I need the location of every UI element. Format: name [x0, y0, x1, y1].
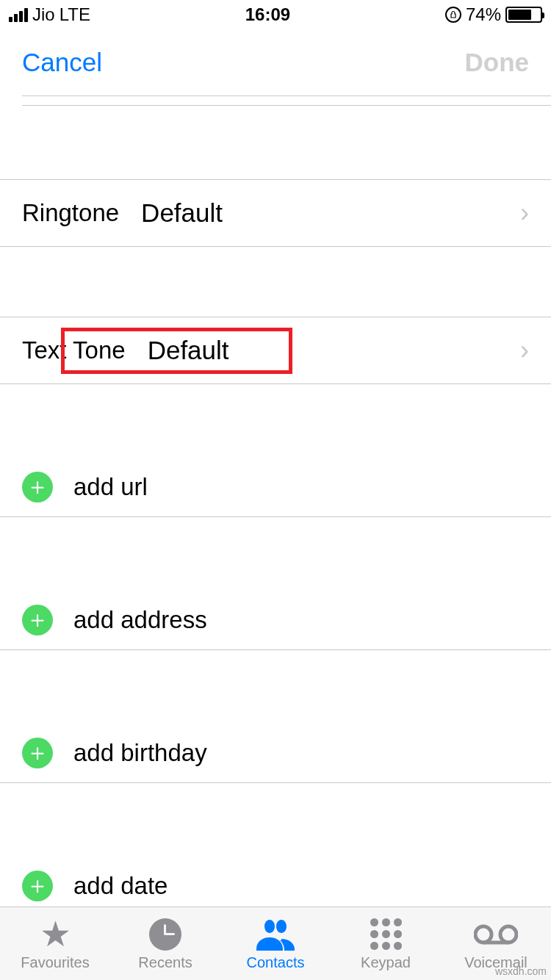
status-left: Jio LTE [9, 4, 90, 25]
content: Ringtone Default › Text Tone Default › ＋… [0, 96, 551, 915]
spacer [0, 106, 551, 179]
add-birthday-group: ＋ add birthday [0, 724, 551, 783]
add-address-label: add address [73, 606, 207, 634]
clock-icon [149, 917, 181, 952]
tab-bar: ★ Favourites Recents Contacts Keypad Voi… [0, 907, 551, 980]
network-label: LTE [60, 4, 90, 25]
partial-row-divider [22, 96, 551, 106]
plus-icon: ＋ [22, 605, 53, 635]
voicemail-icon [474, 917, 518, 952]
texttone-row[interactable]: Text Tone Default › [0, 317, 551, 383]
add-date-label: add date [73, 872, 168, 900]
tab-contacts[interactable]: Contacts [224, 917, 327, 971]
texttone-group: Text Tone Default › [0, 317, 551, 384]
tab-keypad[interactable]: Keypad [334, 917, 437, 971]
ringtone-row[interactable]: Ringtone Default › [0, 180, 551, 246]
status-time: 16:09 [245, 4, 290, 25]
battery-icon [505, 7, 542, 23]
ringtone-group: Ringtone Default › [0, 179, 551, 247]
star-icon: ★ [40, 917, 71, 952]
svg-point-0 [475, 926, 491, 943]
tab-favourites[interactable]: ★ Favourites [4, 917, 107, 971]
add-birthday-label: add birthday [73, 739, 207, 767]
add-url-group: ＋ add url [0, 458, 551, 517]
ringtone-label: Ringtone [22, 199, 119, 227]
tab-recents-label: Recents [138, 954, 192, 971]
tab-recents[interactable]: Recents [114, 917, 217, 971]
spacer [0, 650, 551, 724]
plus-icon: ＋ [22, 472, 53, 502]
nav-bar: Cancel Done [0, 29, 551, 96]
cancel-button[interactable]: Cancel [22, 48, 102, 77]
battery-percent: 74% [466, 4, 501, 25]
carrier-label: Jio [32, 4, 55, 25]
spacer [0, 517, 551, 591]
plus-icon: ＋ [22, 871, 53, 901]
tab-voicemail[interactable]: Voicemail [444, 917, 547, 971]
tab-favourites-label: Favourites [21, 954, 89, 971]
tab-keypad-label: Keypad [361, 954, 411, 971]
chevron-right-icon: › [520, 335, 529, 366]
orientation-lock-icon [445, 7, 461, 23]
add-url-row[interactable]: ＋ add url [0, 458, 551, 516]
keypad-icon [370, 917, 402, 952]
svg-point-1 [500, 926, 516, 943]
done-button[interactable]: Done [465, 48, 530, 77]
spacer [0, 783, 551, 857]
add-address-row[interactable]: ＋ add address [0, 591, 551, 649]
tab-contacts-label: Contacts [247, 954, 305, 971]
add-url-label: add url [73, 473, 148, 501]
add-address-group: ＋ add address [0, 591, 551, 650]
status-bar: Jio LTE 16:09 74% [0, 0, 551, 29]
add-birthday-row[interactable]: ＋ add birthday [0, 724, 551, 782]
contacts-icon [256, 917, 295, 952]
chevron-right-icon: › [520, 198, 529, 228]
spacer [0, 384, 551, 458]
signal-strength-icon [9, 7, 28, 22]
spacer [0, 247, 551, 317]
ringtone-value: Default [141, 198, 223, 228]
watermark: wsxdh.com [495, 965, 547, 977]
texttone-label: Text Tone [22, 336, 126, 364]
texttone-value: Default [148, 336, 229, 365]
plus-icon: ＋ [22, 738, 53, 768]
status-right: 74% [445, 4, 542, 25]
